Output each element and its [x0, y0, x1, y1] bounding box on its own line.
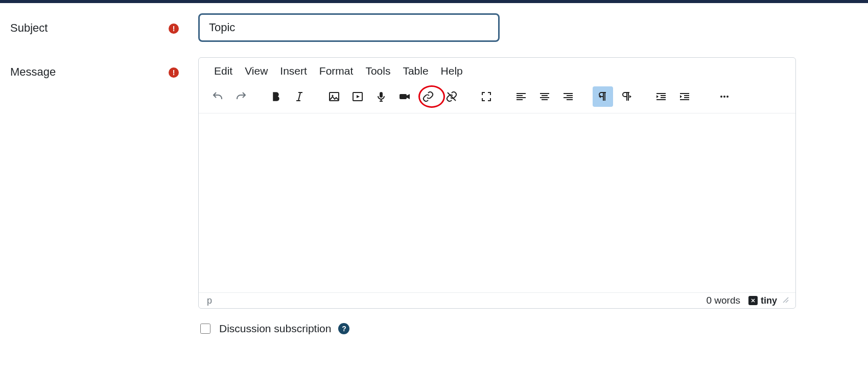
discussion-subscription-label: Discussion subscription	[219, 323, 331, 335]
unlink-icon	[445, 90, 458, 103]
toolbar-group-format	[264, 86, 311, 107]
image-icon	[328, 90, 340, 103]
menu-edit[interactable]: Edit	[208, 62, 239, 80]
editor-branding[interactable]: tiny	[748, 295, 777, 306]
editor-wordcount[interactable]: 0 words	[706, 295, 740, 306]
rtl-button[interactable]	[616, 86, 637, 107]
svg-point-6	[723, 96, 725, 98]
toolbar-group-media	[322, 86, 463, 107]
toolbar-group-align	[509, 86, 580, 107]
fullscreen-icon	[480, 90, 492, 103]
align-left-icon	[515, 90, 527, 103]
bold-button[interactable]	[266, 86, 286, 107]
menu-view[interactable]: View	[239, 62, 274, 80]
align-center-button[interactable]	[534, 86, 555, 107]
video-camera-icon	[398, 90, 411, 103]
form-area: Subject ! Message ! Edit View Insert For…	[0, 3, 868, 335]
image-button[interactable]	[324, 86, 344, 107]
editor-element-path[interactable]: p	[205, 295, 212, 306]
bold-icon	[270, 90, 282, 103]
align-center-icon	[538, 90, 551, 103]
subject-row: Subject !	[0, 13, 868, 42]
svg-rect-4	[400, 94, 407, 99]
align-right-icon	[562, 90, 574, 103]
align-left-button[interactable]	[511, 86, 531, 107]
align-right-button[interactable]	[558, 86, 578, 107]
editor-brand-text: tiny	[761, 295, 777, 306]
editor-toolbar	[199, 83, 795, 113]
required-icon: !	[169, 24, 179, 34]
indent-icon	[678, 90, 691, 103]
toolbar-group-history	[206, 86, 253, 107]
link-icon	[422, 90, 434, 103]
editor-resize-handle[interactable]	[782, 295, 789, 306]
message-field-col: Edit View Insert Format Tools Table Help	[184, 57, 868, 309]
svg-rect-3	[380, 92, 383, 98]
editor-menubar: Edit View Insert Format Tools Table Help	[199, 58, 795, 83]
toolbar-group-more	[713, 86, 736, 107]
italic-icon	[293, 90, 306, 103]
editor-statusbar: p 0 words tiny	[199, 292, 795, 308]
record-video-button[interactable]	[394, 86, 415, 107]
menu-insert[interactable]: Insert	[274, 62, 313, 80]
subject-field-col	[184, 13, 868, 42]
undo-button[interactable]	[207, 86, 228, 107]
resize-grip-icon	[782, 296, 789, 304]
indent-button[interactable]	[674, 86, 695, 107]
message-label: Message	[0, 57, 163, 79]
subject-input[interactable]	[198, 13, 500, 42]
ltr-icon	[597, 90, 609, 103]
record-audio-button[interactable]	[371, 86, 391, 107]
required-icon: !	[169, 67, 179, 78]
editor-toolbar-wrap	[199, 83, 795, 113]
link-button[interactable]	[418, 86, 438, 107]
media-button[interactable]	[347, 86, 368, 107]
editor-content-area[interactable]	[199, 113, 795, 292]
tiny-logo-icon	[748, 296, 758, 305]
svg-point-5	[720, 96, 722, 98]
outdent-button[interactable]	[651, 86, 671, 107]
undo-icon	[212, 90, 224, 103]
menu-format[interactable]: Format	[313, 62, 360, 80]
more-icon	[718, 90, 731, 103]
subject-required: !	[163, 13, 184, 34]
toolbar-group-indent	[649, 86, 696, 107]
discussion-subscription-checkbox[interactable]	[200, 324, 210, 334]
rich-text-editor: Edit View Insert Format Tools Table Help	[198, 57, 796, 309]
help-icon[interactable]: ?	[338, 323, 349, 334]
redo-button[interactable]	[231, 86, 251, 107]
italic-button[interactable]	[289, 86, 310, 107]
message-required: !	[163, 57, 184, 78]
more-button[interactable]	[714, 86, 735, 107]
rtl-icon	[620, 90, 632, 103]
media-icon	[351, 90, 364, 103]
subject-label: Subject	[0, 13, 163, 35]
message-row: Message ! Edit View Insert Format Tools …	[0, 57, 868, 309]
svg-point-7	[726, 96, 729, 98]
toolbar-group-view	[475, 86, 498, 107]
outdent-icon	[655, 90, 667, 103]
menu-table[interactable]: Table	[396, 62, 434, 80]
fullscreen-button[interactable]	[476, 86, 497, 107]
microphone-icon	[375, 90, 387, 103]
redo-icon	[235, 90, 247, 103]
unlink-button[interactable]	[441, 86, 462, 107]
menu-tools[interactable]: Tools	[359, 62, 396, 80]
ltr-button[interactable]	[593, 86, 613, 107]
toolbar-group-direction	[591, 86, 638, 107]
menu-help[interactable]: Help	[435, 62, 469, 80]
discussion-subscription-row: Discussion subscription ?	[198, 322, 868, 335]
